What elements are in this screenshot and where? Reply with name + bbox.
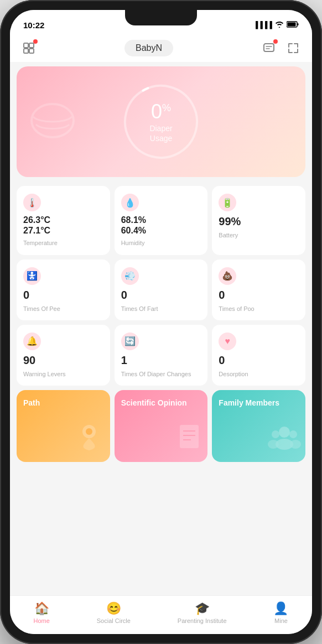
phone-screen: 10:22 ▐▐▐▐: [10, 10, 312, 634]
diaper-change-icon: 🔄: [121, 333, 139, 350]
bottom-nav: 🏠 Home 😊 Social Circle 🎓 Parenting Insti…: [10, 595, 312, 634]
hero-percent: 0%: [149, 100, 172, 123]
svg-rect-1: [298, 23, 299, 25]
stat-temp-value: 26.3°C 27.1°C: [23, 215, 103, 236]
path-title: Path: [23, 398, 103, 408]
stat-desorption-value: 0: [219, 354, 299, 367]
nav-home[interactable]: 🏠 Home: [33, 601, 49, 624]
scientific-title: Scientific Opinion: [121, 398, 201, 408]
scientific-icon: [175, 422, 203, 458]
desorption-icon: ♥️: [219, 333, 236, 350]
nav-home-label: Home: [33, 617, 49, 624]
stat-fart: 💨 0 Times Of Fart: [115, 259, 208, 320]
stat-humidity: 💧 68.1% 60.4% Humidity: [115, 186, 208, 255]
stat-pee-value: 0: [23, 288, 103, 302]
quick-links: Path Scientific Opinion: [10, 390, 312, 466]
stat-battery-value: 99%: [219, 215, 299, 228]
stat-pee-label: Times Of Pee: [23, 305, 103, 313]
nav-mine[interactable]: 👤 Mine: [273, 601, 288, 624]
family-icon: [268, 422, 301, 458]
nav-parenting[interactable]: 🎓 Parenting Institute: [178, 601, 227, 624]
stat-poo-value: 0: [219, 288, 299, 302]
diaper-bg-icon: [28, 96, 77, 148]
message-badge: [273, 39, 278, 44]
stat-desorption-label: Desorption: [219, 370, 299, 378]
grid-menu-button[interactable]: [19, 38, 39, 58]
scroll-content[interactable]: 0% Diaper Usage 🌡️ 26.3°C: [10, 62, 312, 595]
scientific-opinion-card[interactable]: Scientific Opinion: [115, 390, 208, 462]
notch: [125, 10, 197, 25]
poo-icon: 💩: [219, 267, 236, 285]
expand-button[interactable]: [283, 38, 303, 58]
phone-frame: 10:22 ▐▐▐▐: [0, 0, 322, 644]
grid-icon: [22, 41, 35, 55]
nav-social[interactable]: 😊 Social Circle: [97, 601, 131, 624]
battery-icon: 🔋: [219, 194, 236, 211]
nav-parenting-label: Parenting Institute: [178, 617, 227, 624]
stat-pee: 🚼 0 Times Of Pee: [17, 259, 110, 320]
svg-rect-13: [180, 425, 199, 448]
stat-diaper-changes: 🔄 1 Times Of Diaper Changes: [115, 325, 208, 386]
hero-card: 0% Diaper Usage: [17, 66, 305, 177]
family-title: Family Members: [219, 398, 299, 408]
message-button[interactable]: [259, 38, 279, 58]
status-icons: ▐▐▐▐: [253, 21, 299, 29]
hero-circle-text: 0% Diaper Usage: [149, 100, 172, 143]
stat-warning: 🔔 90 Warning Levers: [17, 325, 110, 386]
stat-battery: 🔋 99% Battery: [212, 186, 305, 255]
fart-icon: 💨: [121, 267, 139, 285]
nav-mine-label: Mine: [274, 617, 288, 624]
stat-desorption: ♥️ 0 Desorption: [212, 325, 305, 386]
svg-point-17: [279, 427, 290, 438]
nav-social-label: Social Circle: [97, 617, 131, 624]
message-icon: [262, 41, 276, 55]
stat-diaper-value: 1: [121, 354, 201, 367]
grid-badge: [33, 39, 38, 44]
signal-icon: ▐▐▐▐: [253, 21, 272, 29]
stat-fart-label: Times Of Fart: [121, 305, 201, 313]
stat-temp-label: Temperature: [23, 239, 103, 247]
svg-point-20: [268, 440, 279, 449]
stat-humidity-label: Humidity: [121, 239, 201, 247]
svg-rect-6: [29, 49, 34, 53]
svg-rect-5: [24, 49, 28, 53]
social-icon: 😊: [106, 601, 121, 616]
hero-label: Diaper Usage: [149, 123, 172, 143]
top-nav: BabyN: [10, 34, 312, 62]
stat-poo-label: Times of Poo: [219, 305, 299, 313]
family-members-card[interactable]: Family Members: [212, 390, 305, 462]
svg-point-21: [289, 430, 297, 438]
stat-diaper-label: Times Of Diaper Changes: [121, 370, 201, 378]
wifi-icon: [275, 21, 284, 29]
stats-grid: 🌡️ 26.3°C 27.1°C Temperature 💧 68.1% 60.…: [10, 181, 312, 390]
status-time: 10:22: [23, 20, 44, 30]
parenting-icon: 🎓: [195, 601, 210, 616]
pee-icon: 🚼: [23, 267, 41, 285]
svg-point-12: [86, 428, 92, 435]
diaper-usage-circle: 0% Diaper Usage: [120, 80, 202, 163]
svg-rect-4: [29, 43, 34, 48]
stat-fart-value: 0: [121, 288, 201, 302]
battery-status-icon: [287, 21, 299, 29]
stat-warning-value: 90: [23, 354, 103, 367]
mine-icon: 👤: [273, 601, 288, 616]
home-icon: 🏠: [34, 601, 49, 616]
path-card[interactable]: Path: [17, 390, 110, 462]
path-icon: [72, 419, 106, 458]
stat-battery-label: Battery: [219, 231, 299, 239]
humidity-icon: 💧: [121, 194, 139, 211]
expand-icon: [287, 41, 300, 55]
svg-rect-3: [24, 43, 28, 48]
thermometer-icon: 🌡️: [23, 194, 41, 211]
svg-point-19: [272, 430, 279, 438]
svg-rect-7: [264, 44, 274, 51]
warning-icon: 🔔: [23, 333, 41, 350]
stat-poo: 💩 0 Times of Poo: [212, 259, 305, 320]
svg-point-22: [290, 440, 301, 449]
app-title: BabyN: [124, 40, 173, 56]
stat-temperature: 🌡️ 26.3°C 27.1°C Temperature: [17, 186, 110, 255]
stat-humidity-value: 68.1% 60.4%: [121, 215, 201, 236]
svg-point-8: [32, 104, 74, 137]
stat-warning-label: Warning Levers: [23, 370, 103, 378]
svg-rect-2: [288, 22, 296, 26]
